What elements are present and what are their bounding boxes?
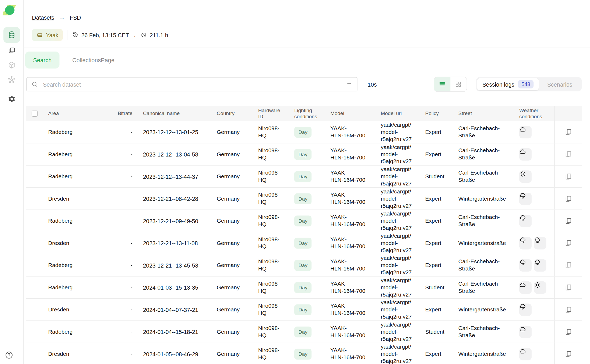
policy-cell-text: Expert bbox=[425, 262, 441, 269]
filter-icon[interactable] bbox=[346, 81, 352, 87]
select-all-checkbox[interactable] bbox=[32, 111, 38, 117]
table-row[interactable]: Dresden-2023-12-21--08-42-28GermanyNiro0… bbox=[26, 188, 582, 210]
lighting-badge: Day bbox=[294, 349, 311, 359]
sidebar-item-network[interactable] bbox=[3, 73, 20, 87]
sidebar-item-gear[interactable] bbox=[3, 92, 20, 106]
table-row[interactable]: Dresden-2024-01-05--08-46-29GermanyNiro0… bbox=[26, 343, 582, 364]
weather-cell bbox=[514, 188, 554, 209]
bitrate-cell-text: - bbox=[130, 284, 132, 291]
canonical-name-cell-text: 2024-01-04--07-37-21 bbox=[143, 306, 198, 313]
actions-cell bbox=[554, 277, 582, 298]
search-input[interactable] bbox=[42, 81, 346, 88]
copy-button[interactable] bbox=[564, 172, 572, 180]
hardware-id-cell: Niro098-HQ bbox=[253, 343, 289, 364]
hardware-id-cell-text: Niro098-HQ bbox=[258, 147, 284, 162]
actions-cell bbox=[554, 299, 582, 320]
logo-circle bbox=[5, 5, 14, 15]
actions-cell bbox=[554, 188, 582, 209]
table-row[interactable]: Dresden-2024-01-04--07-37-21GermanyNiro0… bbox=[26, 299, 582, 321]
bitrate-cell-text: - bbox=[130, 306, 132, 313]
sidebar-item-cube[interactable] bbox=[3, 58, 20, 72]
hardware-id-cell-text: Niro098-HQ bbox=[258, 214, 284, 228]
sidebar-item-database[interactable] bbox=[3, 27, 20, 43]
area-cell: Dresden bbox=[43, 299, 92, 320]
tab-collections-page[interactable]: CollectionsPage bbox=[64, 52, 122, 69]
model-url-cell-text: yaak/cargpt/ model- r5ajq2ru:v27 bbox=[381, 321, 412, 342]
copy-button[interactable] bbox=[564, 128, 572, 136]
copy-button[interactable] bbox=[564, 217, 572, 225]
row-checkbox-slot bbox=[26, 210, 43, 232]
breadcrumb-datasets-link[interactable]: Datasets bbox=[32, 14, 54, 21]
copy-button[interactable] bbox=[564, 350, 572, 358]
rain-icon bbox=[534, 237, 546, 249]
policy-cell: Expert bbox=[420, 254, 453, 276]
table-row[interactable]: Radeberg-2024-01-04--15-18-21GermanyNiro… bbox=[26, 321, 582, 343]
canonical-name-cell: 2023-12-21--13-45-53 bbox=[138, 254, 212, 276]
canonical-name-cell: 2023-12-12--13-01-25 bbox=[138, 121, 212, 143]
hardware-id-cell-text: Niro098-HQ bbox=[258, 169, 284, 184]
sun-icon-glyph bbox=[519, 170, 526, 177]
list-view-button[interactable] bbox=[434, 77, 450, 91]
header-policy: Policy bbox=[420, 106, 453, 121]
area-cell: Radeberg bbox=[43, 143, 92, 165]
table-row[interactable]: Radeberg-2023-12-21--09-49-50GermanyNiro… bbox=[26, 210, 582, 232]
search-icon bbox=[31, 81, 38, 87]
copy-button[interactable] bbox=[564, 261, 572, 269]
sidebar-item-folders[interactable] bbox=[3, 43, 20, 58]
table-row[interactable]: Radeberg-2023-12-12--13-01-25GermanyNiro… bbox=[26, 121, 582, 143]
model-url-cell-text: yaak/cargpt/ model- r5ajq2ru:v27 bbox=[381, 166, 412, 187]
grid-view-icon bbox=[455, 81, 462, 87]
grid-view-button[interactable] bbox=[450, 77, 467, 91]
clip-length-selector[interactable]: 10s bbox=[368, 81, 377, 87]
street-cell: Carl-Eschebach-Straße bbox=[453, 321, 514, 343]
copy-button[interactable] bbox=[564, 195, 572, 203]
policy-cell: Expert bbox=[420, 143, 453, 165]
table-row[interactable]: Radeberg-2024-01-03--15-13-35GermanyNiro… bbox=[26, 277, 582, 299]
lighting-cell: Day bbox=[289, 254, 325, 276]
bitrate-cell-text: - bbox=[130, 350, 132, 358]
hardware-id-cell-text: Niro098-HQ bbox=[258, 302, 284, 317]
header-model-url: Model url bbox=[376, 106, 420, 121]
bitrate-cell: - bbox=[92, 343, 138, 364]
capture-timestamp: 26 Feb, 13:15 CET bbox=[81, 32, 129, 38]
copy-button[interactable] bbox=[564, 239, 572, 247]
copy-button[interactable] bbox=[564, 306, 572, 314]
model-cell: YAAK- HLN-16M-700 bbox=[325, 299, 376, 320]
app-logo[interactable] bbox=[3, 3, 17, 17]
copy-button[interactable] bbox=[564, 150, 572, 158]
copy-button[interactable] bbox=[564, 328, 572, 336]
country-cell: Germany bbox=[212, 277, 253, 298]
rain-icon-glyph bbox=[519, 259, 526, 266]
street-cell: Carl-Eschebach-Straße bbox=[453, 277, 514, 298]
bitrate-cell: - bbox=[92, 254, 138, 276]
table-row[interactable]: Radeberg-2023-12-12--13-04-58GermanyNiro… bbox=[26, 143, 582, 166]
bitrate-cell-text: - bbox=[130, 217, 132, 225]
lighting-badge: Day bbox=[294, 282, 311, 293]
table-row[interactable]: Dresden-2023-12-21--13-11-08GermanyNiro0… bbox=[26, 232, 582, 255]
session-logs-segment[interactable]: Session logs 548 bbox=[477, 78, 539, 90]
table-row[interactable]: Radeberg-2023-12-12--13-44-37GermanyNiro… bbox=[26, 166, 582, 188]
country-cell: Germany bbox=[212, 343, 253, 364]
hardware-id-cell: Niro098-HQ bbox=[253, 143, 289, 165]
canonical-name-cell: 2023-12-12--13-44-37 bbox=[138, 166, 212, 187]
lighting-badge: Day bbox=[294, 193, 311, 204]
copy-button[interactable] bbox=[564, 283, 572, 291]
vehicle-badge[interactable]: Yaak bbox=[32, 29, 63, 41]
app-window: Datasets → FSD Yaak 26 Feb, 13:15 CET · … bbox=[0, 0, 590, 364]
model-cell-text: YAAK- HLN-16M-700 bbox=[330, 236, 365, 250]
area-cell: Radeberg bbox=[43, 166, 92, 187]
street-cell-text: Wintergartenstraße bbox=[458, 350, 506, 358]
bitrate-cell: - bbox=[92, 321, 138, 343]
policy-cell: Student bbox=[420, 166, 453, 187]
header-bitrate: Bitrate bbox=[92, 106, 138, 121]
scenarios-segment[interactable]: Scenarios bbox=[539, 78, 581, 90]
street-cell: Wintergartenstraße bbox=[453, 343, 514, 364]
model-cell-text: YAAK- HLN-16M-700 bbox=[330, 214, 365, 228]
model-cell: YAAK- HLN-16M-700 bbox=[325, 121, 376, 143]
model-url-cell-text: yaak/cargpt/ model- r5ajq2ru:v27 bbox=[381, 121, 412, 143]
table-row[interactable]: Radeberg-2023-12-21--13-45-53GermanyNiro… bbox=[26, 254, 582, 277]
help-button[interactable] bbox=[5, 351, 13, 359]
meta-divider bbox=[67, 30, 67, 40]
tab-search[interactable]: Search bbox=[25, 52, 60, 69]
drizzle-icon-glyph bbox=[534, 259, 541, 266]
